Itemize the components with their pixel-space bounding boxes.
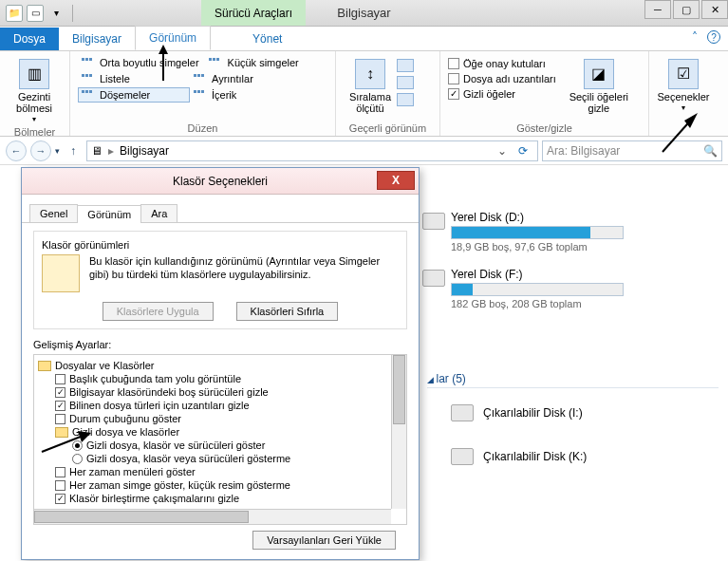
file-ext-toggle[interactable]: Dosya adı uzantıları [448, 72, 556, 85]
window-titlebar: 📁 ▭ ▾ Sürücü Araçları Bilgisayar ─ ▢ ✕ [0, 0, 728, 27]
folder-options-dialog: Klasör Seçenekleri X Genel Görünüm Ara K… [21, 167, 420, 560]
dropdown-icon: ▾ [32, 116, 36, 124]
address-toolbar: ← → ▾ ↑ 🖥 ▸ Bilgisayar ⌄ ⟳ Ara: Bilgisay… [0, 137, 728, 165]
layout-content[interactable]: İçerik [190, 87, 302, 103]
tree-scrollbar-horizontal[interactable] [34, 509, 391, 524]
search-icon: 🔍 [703, 144, 718, 158]
properties-icon[interactable]: ▭ [27, 5, 44, 22]
quick-access-toolbar: 📁 ▭ ▾ [0, 5, 77, 22]
drive-icon [422, 270, 445, 287]
opt-always-menus[interactable]: Her zaman menüleri göster [38, 465, 402, 478]
apply-to-folders-button: Klasörlere Uygula [103, 302, 214, 321]
tree-scrollbar-vertical[interactable] [391, 355, 406, 509]
options-label: Seçenekler [657, 91, 709, 103]
size-columns-icon[interactable] [397, 93, 414, 106]
drive-d[interactable]: Yerel Disk (D:) 18,9 GB boş, 97,6 GB top… [451, 211, 624, 252]
drive-icon [422, 213, 445, 230]
drive-d-name: Yerel Disk (D:) [451, 211, 624, 224]
removable-section-header[interactable]: ◢ lar (5) [427, 372, 466, 385]
group-panes-label: Bölmeler [8, 124, 62, 138]
tab-manage[interactable]: Yönet [239, 28, 295, 50]
collapse-ribbon-icon[interactable]: ˄ [692, 30, 698, 44]
search-input[interactable]: Ara: Bilgisayar 🔍 [542, 140, 722, 161]
back-button[interactable]: ← [6, 140, 27, 161]
opt-hide-empty-drives[interactable]: Bilgisayar klasöründeki boş sürücüleri g… [38, 385, 402, 399]
hide-selected-label: Seçili öğeleri gizle [569, 91, 628, 114]
history-dropdown-icon[interactable]: ▾ [55, 146, 60, 156]
dialog-tab-general[interactable]: Genel [29, 204, 78, 222]
advanced-settings-tree[interactable]: Dosyalar ve Klasörler Başlık çubuğunda t… [33, 354, 407, 525]
opt-always-icons[interactable]: Her zaman simge göster, küçük resim göst… [38, 478, 402, 492]
navigation-pane-label: Gezinti bölmesi [16, 91, 52, 114]
opt-dont-show-hidden[interactable]: Gizli dosya, klasör veya sürücüleri göst… [38, 452, 402, 465]
search-placeholder: Ara: Bilgisayar [547, 144, 620, 158]
removable-drive-icon [451, 404, 474, 421]
maximize-button[interactable]: ▢ [673, 0, 700, 19]
drive-f-info: 182 GB boş, 208 GB toplam [451, 298, 624, 309]
drive-f-name: Yerel Disk (F:) [451, 268, 624, 281]
removable-drive-icon [451, 448, 474, 465]
layout-details[interactable]: Ayrıntılar [190, 71, 302, 86]
tab-computer[interactable]: Bilgisayar [59, 28, 135, 50]
drive-i[interactable]: Çıkarılabilir Disk (I:) [451, 404, 583, 421]
ribbon-tabs: Dosya Bilgisayar Görünüm Yönet ˄ ? [0, 27, 728, 51]
reset-folders-button[interactable]: Klasörleri Sıfırla [236, 302, 339, 321]
sort-by-button[interactable]: ↕ Sıralama ölçütü [344, 55, 397, 114]
close-button[interactable]: ✕ [701, 0, 728, 19]
dialog-tab-search[interactable]: Ara [140, 204, 177, 222]
dialog-title: Klasör Seçenekleri [173, 175, 268, 188]
minimize-button[interactable]: ─ [644, 0, 671, 19]
options-button[interactable]: ☑ Seçenekler ▾ [657, 55, 710, 113]
tab-file[interactable]: Dosya [0, 28, 59, 50]
opt-hide-extensions[interactable]: Bilinen dosya türleri için uzantıları gi… [38, 399, 402, 412]
add-columns-icon[interactable] [397, 76, 414, 89]
hide-selected-icon: ◪ [584, 59, 614, 89]
sort-label: Sıralama ölçütü [349, 91, 391, 114]
layout-gallery[interactable]: Orta boyutlu simgeler Küçük simgeler Lis… [78, 55, 327, 103]
folder-views-desc: Bu klasör için kullandığınız görünümü (A… [89, 254, 399, 282]
folder-icon[interactable]: 📁 [6, 5, 23, 22]
dialog-tabs: Genel Görünüm Ara [22, 195, 419, 223]
layout-list[interactable]: Listele [78, 71, 190, 86]
dialog-tab-view[interactable]: Görünüm [77, 205, 141, 223]
dialog-titlebar[interactable]: Klasör Seçenekleri X [22, 168, 419, 195]
tree-hidden-group: Gizli dosya ve klasörler [72, 426, 179, 438]
opt-status-bar[interactable]: Durum çubuğunu göster [38, 412, 402, 425]
drive-d-capacity-bar [451, 226, 624, 239]
contextual-tab-drive-tools[interactable]: Sürücü Araçları [201, 0, 306, 26]
layout-small-icons[interactable]: Küçük simgeler [206, 55, 318, 70]
options-icon: ☑ [668, 59, 699, 89]
dialog-close-button[interactable]: X [377, 171, 415, 190]
group-by-icon[interactable] [397, 59, 414, 72]
folder-views-icon [42, 254, 80, 292]
group-currentview-label: Geçerli görünüm [344, 121, 432, 134]
advanced-settings-label: Gelişmiş Ayarlar: [33, 339, 407, 350]
dropdown-icon: ▾ [681, 104, 685, 113]
restore-defaults-button[interactable]: Varsayılanları Geri Yükle [252, 531, 396, 550]
address-path: Bilgisayar [120, 144, 169, 158]
opt-show-hidden[interactable]: Gizli dosya, klasör ve sürücüleri göster [38, 439, 402, 452]
address-bar[interactable]: 🖥 ▸ Bilgisayar ⌄ ⟳ [86, 140, 538, 161]
folder-icon [55, 427, 68, 438]
qat-dropdown-icon[interactable]: ▾ [47, 5, 65, 22]
tab-view[interactable]: Görünüm [135, 26, 211, 50]
layout-tiles[interactable]: Döşemeler [78, 87, 190, 103]
sort-icon: ↕ [355, 59, 385, 89]
navigation-pane-button[interactable]: ▥ Gezinti bölmesi ▾ [8, 55, 61, 124]
forward-button[interactable]: → [30, 140, 51, 161]
hide-selected-button[interactable]: ◪ Seçili öğeleri gizle [566, 55, 632, 114]
drive-i-name: Çıkarılabilir Disk (I:) [483, 406, 583, 420]
layout-medium-icons[interactable]: Orta boyutlu simgeler [78, 55, 206, 70]
item-checkboxes-toggle[interactable]: Öğe onay kutuları [448, 57, 556, 70]
hidden-items-toggle[interactable]: ✓Gizli öğeler [448, 87, 556, 101]
computer-icon: 🖥 [91, 144, 103, 158]
drive-k-name: Çıkarılabilir Disk (K:) [483, 450, 587, 463]
refresh-icon[interactable]: ⟳ [513, 144, 533, 158]
drive-k[interactable]: Çıkarılabilir Disk (K:) [451, 448, 587, 465]
drive-f[interactable]: Yerel Disk (F:) 182 GB boş, 208 GB topla… [451, 268, 624, 309]
up-button[interactable]: ↑ [64, 141, 83, 160]
opt-merge-conflicts[interactable]: Klasör birleştirme çakışmalarını gizle [38, 492, 402, 505]
help-icon[interactable]: ? [707, 30, 720, 44]
folder-views-group: Klasör görünümleri Bu klasör için kullan… [33, 231, 407, 329]
opt-fullpath[interactable]: Başlık çubuğunda tam yolu görüntüle [38, 372, 402, 385]
